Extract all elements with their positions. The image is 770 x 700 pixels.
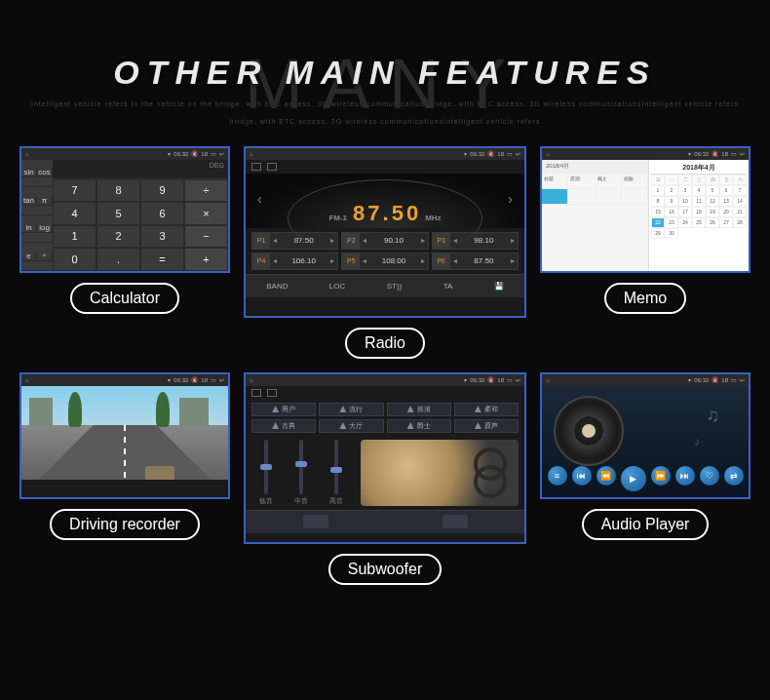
calendar-day[interactable]: 4 (692, 185, 706, 196)
back-icon[interactable]: ↩ (516, 150, 520, 157)
home-icon[interactable]: ⌂ (250, 151, 253, 157)
eq-preset-tab[interactable]: 原声 (454, 419, 519, 433)
calendar-day[interactable]: 5 (706, 185, 719, 196)
calendar-day[interactable]: 11 (692, 196, 706, 207)
back-icon[interactable]: ↩ (740, 150, 745, 157)
dvr-video[interactable] (21, 386, 228, 497)
calendar-day[interactable]: 23 (665, 217, 678, 228)
calendar-day[interactable]: 3 (678, 185, 692, 196)
calendar-day[interactable]: 27 (719, 217, 733, 228)
calc-key[interactable]: 9 (140, 179, 184, 203)
calc-key[interactable]: 4 (53, 202, 96, 225)
calc-key[interactable]: 7 (53, 179, 96, 203)
radio-fn-button[interactable]: TA (443, 282, 453, 291)
calc-fn-key[interactable]: ^ (37, 252, 53, 261)
radio-fn-button[interactable]: ST)) (387, 282, 403, 291)
calc-key[interactable]: 2 (96, 225, 140, 249)
calendar-day[interactable]: 9 (665, 196, 678, 207)
calendar-day[interactable]: 17 (678, 207, 692, 217)
next-icon[interactable]: ⏭ (675, 466, 695, 486)
calc-key[interactable]: × (184, 202, 228, 225)
window-icon[interactable] (267, 163, 277, 171)
calc-fn-key[interactable]: π (37, 196, 53, 206)
calendar-day[interactable]: 10 (678, 196, 692, 207)
calc-key[interactable]: 8 (96, 179, 140, 203)
calendar-day[interactable]: 26 (706, 217, 719, 228)
calc-fn-key[interactable]: ln (21, 223, 37, 233)
memo-row[interactable] (542, 189, 648, 205)
radio-dial[interactable]: ‹› FM-187.50MHz (246, 174, 524, 228)
calendar-day[interactable]: 21 (733, 207, 747, 217)
calendar-day[interactable]: 14 (733, 196, 747, 207)
calendar-day[interactable]: 7 (733, 185, 747, 196)
calc-key[interactable]: = (140, 248, 184, 271)
radio-fn-button[interactable]: LOC (329, 282, 345, 291)
preset-button[interactable]: P4◂106.10▸ (251, 253, 338, 270)
calc-fn-key[interactable]: log (37, 223, 53, 233)
window-icon[interactable] (251, 163, 261, 171)
forward-icon[interactable]: ⏩ (651, 466, 671, 486)
eq-slider[interactable]: 中音 (294, 440, 308, 506)
back-icon[interactable]: ↩ (219, 376, 224, 383)
calc-key[interactable]: 5 (96, 202, 140, 225)
back-icon[interactable]: ↩ (516, 376, 520, 383)
back-icon[interactable]: ↩ (219, 150, 224, 157)
calendar-day[interactable]: 1 (651, 185, 665, 196)
calendar-day[interactable]: 22 (651, 217, 665, 228)
home-icon[interactable]: ⌂ (546, 377, 550, 383)
preset-button[interactable]: P6◂87.50▸ (432, 253, 519, 270)
calc-key[interactable]: + (184, 248, 228, 271)
calc-fn-key[interactable]: tan (21, 196, 37, 206)
calc-key[interactable]: 3 (140, 225, 184, 249)
home-icon[interactable]: ⌂ (546, 151, 550, 157)
eq-preset-tab[interactable]: 摇滚 (387, 403, 451, 416)
shuffle-icon[interactable]: ⇄ (724, 466, 744, 486)
eq-preset-tab[interactable]: 用户 (251, 403, 316, 416)
window-icon[interactable] (251, 389, 261, 397)
eq-preset-tab[interactable]: 古典 (251, 419, 316, 433)
eq-button[interactable] (443, 515, 468, 528)
window-icon[interactable] (267, 389, 277, 397)
eq-preset-tab[interactable]: 流行 (319, 403, 383, 416)
calendar-day[interactable]: 30 (665, 228, 678, 239)
calendar-day[interactable]: 28 (733, 217, 747, 228)
calc-key[interactable]: . (96, 248, 140, 271)
calendar-day[interactable]: 6 (719, 185, 733, 196)
prev-icon[interactable]: ⏮ (572, 466, 592, 486)
calendar-day[interactable]: 15 (651, 207, 665, 217)
eq-slider[interactable]: 高音 (329, 440, 343, 506)
rewind-icon[interactable]: ⏪ (597, 466, 616, 486)
eq-preset-tab[interactable]: 柔和 (454, 403, 519, 416)
back-icon[interactable]: ↩ (740, 376, 745, 383)
calendar-day[interactable]: 18 (692, 207, 706, 217)
home-icon[interactable]: ⌂ (25, 151, 29, 157)
calendar-day[interactable]: 16 (665, 207, 678, 217)
calc-key[interactable]: ÷ (184, 179, 228, 203)
calc-key[interactable]: − (184, 225, 228, 249)
calendar-day[interactable]: 19 (706, 207, 719, 217)
radio-fn-button[interactable]: 💾 (494, 282, 504, 291)
calc-key[interactable]: 0 (53, 248, 96, 271)
home-icon[interactable]: ⌂ (25, 377, 29, 383)
list-icon[interactable]: ≡ (548, 466, 567, 486)
eq-preset-tab[interactable]: 大厅 (319, 419, 383, 433)
calc-key[interactable]: 1 (53, 225, 96, 249)
calc-fn-key[interactable]: sin (21, 168, 37, 177)
calc-fn-key[interactable]: e (21, 252, 37, 261)
play-icon[interactable]: ▶ (621, 466, 646, 491)
eq-slider[interactable]: 低音 (259, 440, 273, 506)
radio-fn-button[interactable]: BAND (266, 282, 288, 291)
calendar-day[interactable]: 8 (651, 196, 665, 207)
calc-key[interactable]: 6 (140, 202, 184, 225)
calendar-day[interactable]: 25 (692, 217, 706, 228)
home-icon[interactable]: ⌂ (250, 377, 253, 383)
calendar-day[interactable]: 2 (665, 185, 678, 196)
calendar-day[interactable]: 20 (719, 207, 733, 217)
calc-fn-key[interactable]: cos (37, 168, 53, 177)
calendar-day[interactable]: 24 (678, 217, 692, 228)
fav-icon[interactable]: ♡ (700, 466, 719, 486)
eq-button[interactable] (303, 515, 328, 528)
eq-preset-tab[interactable]: 爵士 (387, 419, 451, 433)
calendar-day[interactable]: 12 (706, 196, 719, 207)
calendar-day[interactable]: 29 (651, 228, 665, 239)
